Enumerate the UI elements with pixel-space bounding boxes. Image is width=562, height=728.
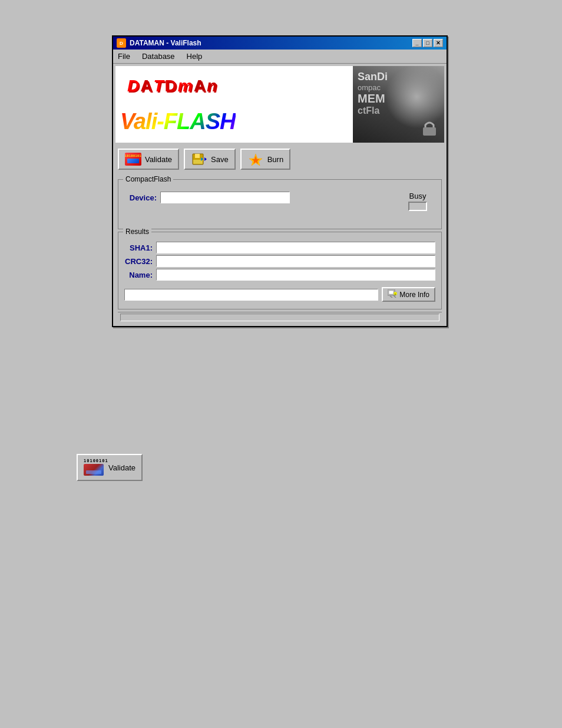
- busy-label: Busy: [409, 192, 427, 200]
- title-controls: _ □ ✕: [412, 39, 443, 47]
- bottom-bar: i More Info: [124, 286, 435, 303]
- close-button[interactable]: ✕: [434, 39, 443, 47]
- compactflash-section: Device: Busy: [124, 185, 435, 211]
- restore-button[interactable]: □: [423, 39, 432, 47]
- app-icon: D: [117, 38, 126, 48]
- banner-area: DATDmAn Vali-FLASH SanDi ompac MEM ctFla: [113, 64, 447, 145]
- title-bar: D DATAMAN - ValiFlash _ □ ✕: [113, 37, 447, 50]
- minimize-button[interactable]: _: [412, 39, 422, 47]
- svg-rect-4: [195, 154, 200, 158]
- crc32-label: CRC32:: [124, 257, 153, 266]
- cf-spacer: [124, 211, 435, 223]
- sha1-label: SHA1:: [124, 243, 153, 252]
- photo-extra: ctFla: [358, 106, 379, 116]
- standalone-validate-icon: 10100101: [84, 459, 105, 476]
- cf-right: Busy: [400, 189, 435, 211]
- dataman-logo-text: DATDmAn: [127, 77, 218, 95]
- validate-label: Validate: [145, 155, 172, 164]
- standalone-validate-label: Validate: [108, 463, 135, 472]
- photo-type: ompac: [358, 83, 381, 92]
- main-content: CompactFlash Device: Busy Results SHA1:: [113, 173, 447, 326]
- valiflash-logo-text: Vali-FLASH: [120, 109, 236, 134]
- menu-help[interactable]: Help: [184, 51, 205, 62]
- results-group: Results SHA1: CRC32: Name:: [118, 232, 442, 309]
- svg-marker-6: [204, 157, 207, 161]
- crc32-row: CRC32:: [124, 255, 435, 267]
- progress-bar: [124, 289, 378, 301]
- name-input[interactable]: [156, 269, 435, 281]
- toolbar: Validate Save B: [113, 145, 447, 173]
- menu-file[interactable]: File: [115, 51, 133, 62]
- svg-line-12: [390, 296, 392, 298]
- device-label: Device:: [124, 193, 157, 202]
- menu-bar: File Database Help: [113, 50, 447, 64]
- results-group-title: Results: [123, 228, 151, 236]
- compactflash-group-title: CompactFlash: [123, 175, 173, 183]
- title-bar-left: D DATAMAN - ValiFlash: [117, 38, 201, 48]
- banner-photo-content: SanDi ompac MEM ctFla: [353, 66, 444, 143]
- banner-photo: SanDi ompac MEM ctFla: [353, 66, 444, 143]
- save-label: Save: [211, 155, 229, 164]
- banner-logo: DATDmAn Vali-FLASH: [115, 66, 353, 143]
- sha1-input[interactable]: [156, 242, 435, 253]
- name-label: Name:: [124, 271, 153, 279]
- standalone-validate-button[interactable]: 10100101 Validate: [77, 454, 143, 481]
- validate-chip-icon: [125, 153, 141, 166]
- crc32-input[interactable]: [156, 255, 435, 267]
- svg-text:D: D: [120, 41, 123, 46]
- status-bar: [118, 312, 442, 322]
- save-button[interactable]: Save: [184, 149, 236, 170]
- burn-button[interactable]: Burn: [240, 149, 290, 170]
- save-icon: [191, 152, 207, 166]
- svg-rect-11: [389, 291, 394, 294]
- svg-rect-2: [423, 127, 436, 136]
- photo-product: MEM: [358, 92, 385, 106]
- sha1-row: SHA1:: [124, 242, 435, 253]
- more-info-label: More Info: [399, 291, 429, 299]
- burn-icon: [247, 152, 264, 166]
- main-window: D DATAMAN - ValiFlash _ □ ✕ File Databas…: [112, 35, 448, 327]
- chip-card-icon: [84, 464, 104, 476]
- cf-left: Device:: [124, 189, 400, 203]
- more-info-button[interactable]: i More Info: [382, 287, 435, 302]
- name-row: Name:: [124, 269, 435, 281]
- burn-label: Burn: [267, 155, 283, 164]
- validate-button[interactable]: Validate: [118, 149, 179, 170]
- menu-database[interactable]: Database: [140, 51, 177, 62]
- device-input[interactable]: [160, 192, 290, 203]
- busy-indicator: [408, 202, 427, 211]
- photo-brand: SanDi: [358, 71, 388, 83]
- window-title: DATAMAN - ValiFlash: [130, 39, 201, 47]
- results-grid: SHA1: CRC32: Name:: [124, 237, 435, 303]
- compactflash-group: CompactFlash Device: Busy: [118, 179, 442, 229]
- validate-icon: [125, 152, 141, 166]
- more-info-icon: i: [388, 289, 397, 299]
- lock-decoration: [421, 119, 438, 137]
- bit-line-1: 10100101: [84, 459, 108, 463]
- status-field: [120, 314, 439, 321]
